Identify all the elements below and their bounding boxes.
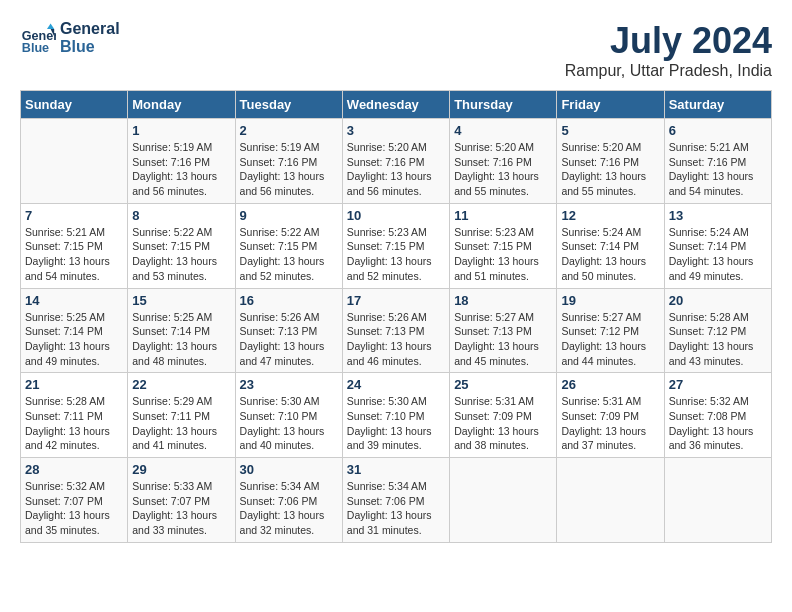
day-number: 30 — [240, 462, 338, 477]
calendar-cell: 15Sunrise: 5:25 AM Sunset: 7:14 PM Dayli… — [128, 288, 235, 373]
calendar-cell: 22Sunrise: 5:29 AM Sunset: 7:11 PM Dayli… — [128, 373, 235, 458]
header-saturday: Saturday — [664, 91, 771, 119]
logo-general: General — [60, 20, 120, 38]
day-number: 24 — [347, 377, 445, 392]
calendar-week-row: 14Sunrise: 5:25 AM Sunset: 7:14 PM Dayli… — [21, 288, 772, 373]
day-number: 12 — [561, 208, 659, 223]
calendar-cell: 25Sunrise: 5:31 AM Sunset: 7:09 PM Dayli… — [450, 373, 557, 458]
calendar-cell: 26Sunrise: 5:31 AM Sunset: 7:09 PM Dayli… — [557, 373, 664, 458]
calendar-cell: 7Sunrise: 5:21 AM Sunset: 7:15 PM Daylig… — [21, 203, 128, 288]
header-friday: Friday — [557, 91, 664, 119]
day-info: Sunrise: 5:34 AM Sunset: 7:06 PM Dayligh… — [240, 479, 338, 538]
day-info: Sunrise: 5:32 AM Sunset: 7:08 PM Dayligh… — [669, 394, 767, 453]
day-info: Sunrise: 5:31 AM Sunset: 7:09 PM Dayligh… — [561, 394, 659, 453]
calendar-cell: 3Sunrise: 5:20 AM Sunset: 7:16 PM Daylig… — [342, 119, 449, 204]
day-info: Sunrise: 5:19 AM Sunset: 7:16 PM Dayligh… — [132, 140, 230, 199]
header-wednesday: Wednesday — [342, 91, 449, 119]
calendar-cell: 27Sunrise: 5:32 AM Sunset: 7:08 PM Dayli… — [664, 373, 771, 458]
calendar-cell: 1Sunrise: 5:19 AM Sunset: 7:16 PM Daylig… — [128, 119, 235, 204]
day-info: Sunrise: 5:25 AM Sunset: 7:14 PM Dayligh… — [25, 310, 123, 369]
day-info: Sunrise: 5:30 AM Sunset: 7:10 PM Dayligh… — [240, 394, 338, 453]
header-tuesday: Tuesday — [235, 91, 342, 119]
calendar-cell: 17Sunrise: 5:26 AM Sunset: 7:13 PM Dayli… — [342, 288, 449, 373]
calendar-cell: 4Sunrise: 5:20 AM Sunset: 7:16 PM Daylig… — [450, 119, 557, 204]
day-number: 5 — [561, 123, 659, 138]
day-info: Sunrise: 5:32 AM Sunset: 7:07 PM Dayligh… — [25, 479, 123, 538]
day-number: 10 — [347, 208, 445, 223]
calendar-cell — [557, 458, 664, 543]
day-number: 3 — [347, 123, 445, 138]
calendar-cell: 18Sunrise: 5:27 AM Sunset: 7:13 PM Dayli… — [450, 288, 557, 373]
calendar-cell: 9Sunrise: 5:22 AM Sunset: 7:15 PM Daylig… — [235, 203, 342, 288]
day-number: 21 — [25, 377, 123, 392]
calendar-cell: 6Sunrise: 5:21 AM Sunset: 7:16 PM Daylig… — [664, 119, 771, 204]
calendar-cell — [450, 458, 557, 543]
calendar-week-row: 7Sunrise: 5:21 AM Sunset: 7:15 PM Daylig… — [21, 203, 772, 288]
header-sunday: Sunday — [21, 91, 128, 119]
logo-icon: General Blue — [20, 20, 56, 56]
day-info: Sunrise: 5:28 AM Sunset: 7:11 PM Dayligh… — [25, 394, 123, 453]
day-info: Sunrise: 5:31 AM Sunset: 7:09 PM Dayligh… — [454, 394, 552, 453]
logo-blue: Blue — [60, 38, 120, 56]
day-number: 19 — [561, 293, 659, 308]
day-number: 11 — [454, 208, 552, 223]
day-info: Sunrise: 5:21 AM Sunset: 7:16 PM Dayligh… — [669, 140, 767, 199]
header-row: SundayMondayTuesdayWednesdayThursdayFrid… — [21, 91, 772, 119]
day-number: 31 — [347, 462, 445, 477]
day-number: 1 — [132, 123, 230, 138]
location-title: Rampur, Uttar Pradesh, India — [565, 62, 772, 80]
calendar-cell: 30Sunrise: 5:34 AM Sunset: 7:06 PM Dayli… — [235, 458, 342, 543]
day-info: Sunrise: 5:30 AM Sunset: 7:10 PM Dayligh… — [347, 394, 445, 453]
calendar-table: SundayMondayTuesdayWednesdayThursdayFrid… — [20, 90, 772, 543]
day-info: Sunrise: 5:20 AM Sunset: 7:16 PM Dayligh… — [561, 140, 659, 199]
day-info: Sunrise: 5:33 AM Sunset: 7:07 PM Dayligh… — [132, 479, 230, 538]
day-info: Sunrise: 5:22 AM Sunset: 7:15 PM Dayligh… — [240, 225, 338, 284]
day-info: Sunrise: 5:22 AM Sunset: 7:15 PM Dayligh… — [132, 225, 230, 284]
title-area: July 2024 Rampur, Uttar Pradesh, India — [565, 20, 772, 80]
day-info: Sunrise: 5:20 AM Sunset: 7:16 PM Dayligh… — [454, 140, 552, 199]
calendar-cell: 5Sunrise: 5:20 AM Sunset: 7:16 PM Daylig… — [557, 119, 664, 204]
calendar-cell — [21, 119, 128, 204]
day-info: Sunrise: 5:23 AM Sunset: 7:15 PM Dayligh… — [454, 225, 552, 284]
day-info: Sunrise: 5:34 AM Sunset: 7:06 PM Dayligh… — [347, 479, 445, 538]
calendar-cell: 11Sunrise: 5:23 AM Sunset: 7:15 PM Dayli… — [450, 203, 557, 288]
day-number: 17 — [347, 293, 445, 308]
day-info: Sunrise: 5:28 AM Sunset: 7:12 PM Dayligh… — [669, 310, 767, 369]
day-info: Sunrise: 5:25 AM Sunset: 7:14 PM Dayligh… — [132, 310, 230, 369]
calendar-cell: 8Sunrise: 5:22 AM Sunset: 7:15 PM Daylig… — [128, 203, 235, 288]
day-number: 27 — [669, 377, 767, 392]
day-info: Sunrise: 5:29 AM Sunset: 7:11 PM Dayligh… — [132, 394, 230, 453]
day-number: 16 — [240, 293, 338, 308]
svg-text:Blue: Blue — [22, 41, 49, 55]
day-number: 14 — [25, 293, 123, 308]
day-number: 22 — [132, 377, 230, 392]
calendar-cell: 21Sunrise: 5:28 AM Sunset: 7:11 PM Dayli… — [21, 373, 128, 458]
calendar-cell: 14Sunrise: 5:25 AM Sunset: 7:14 PM Dayli… — [21, 288, 128, 373]
calendar-week-row: 21Sunrise: 5:28 AM Sunset: 7:11 PM Dayli… — [21, 373, 772, 458]
day-info: Sunrise: 5:23 AM Sunset: 7:15 PM Dayligh… — [347, 225, 445, 284]
day-info: Sunrise: 5:26 AM Sunset: 7:13 PM Dayligh… — [347, 310, 445, 369]
day-info: Sunrise: 5:27 AM Sunset: 7:13 PM Dayligh… — [454, 310, 552, 369]
calendar-cell: 29Sunrise: 5:33 AM Sunset: 7:07 PM Dayli… — [128, 458, 235, 543]
calendar-cell: 13Sunrise: 5:24 AM Sunset: 7:14 PM Dayli… — [664, 203, 771, 288]
calendar-cell — [664, 458, 771, 543]
day-number: 26 — [561, 377, 659, 392]
calendar-week-row: 28Sunrise: 5:32 AM Sunset: 7:07 PM Dayli… — [21, 458, 772, 543]
day-number: 4 — [454, 123, 552, 138]
day-number: 25 — [454, 377, 552, 392]
day-info: Sunrise: 5:21 AM Sunset: 7:15 PM Dayligh… — [25, 225, 123, 284]
calendar-cell: 20Sunrise: 5:28 AM Sunset: 7:12 PM Dayli… — [664, 288, 771, 373]
day-info: Sunrise: 5:27 AM Sunset: 7:12 PM Dayligh… — [561, 310, 659, 369]
calendar-cell: 24Sunrise: 5:30 AM Sunset: 7:10 PM Dayli… — [342, 373, 449, 458]
day-info: Sunrise: 5:26 AM Sunset: 7:13 PM Dayligh… — [240, 310, 338, 369]
day-number: 20 — [669, 293, 767, 308]
header-thursday: Thursday — [450, 91, 557, 119]
logo: General Blue General Blue — [20, 20, 120, 56]
calendar-week-row: 1Sunrise: 5:19 AM Sunset: 7:16 PM Daylig… — [21, 119, 772, 204]
calendar-cell: 12Sunrise: 5:24 AM Sunset: 7:14 PM Dayli… — [557, 203, 664, 288]
day-info: Sunrise: 5:19 AM Sunset: 7:16 PM Dayligh… — [240, 140, 338, 199]
header-monday: Monday — [128, 91, 235, 119]
month-year-title: July 2024 — [565, 20, 772, 62]
calendar-cell: 23Sunrise: 5:30 AM Sunset: 7:10 PM Dayli… — [235, 373, 342, 458]
page-header: General Blue General Blue July 2024 Ramp… — [20, 20, 772, 80]
